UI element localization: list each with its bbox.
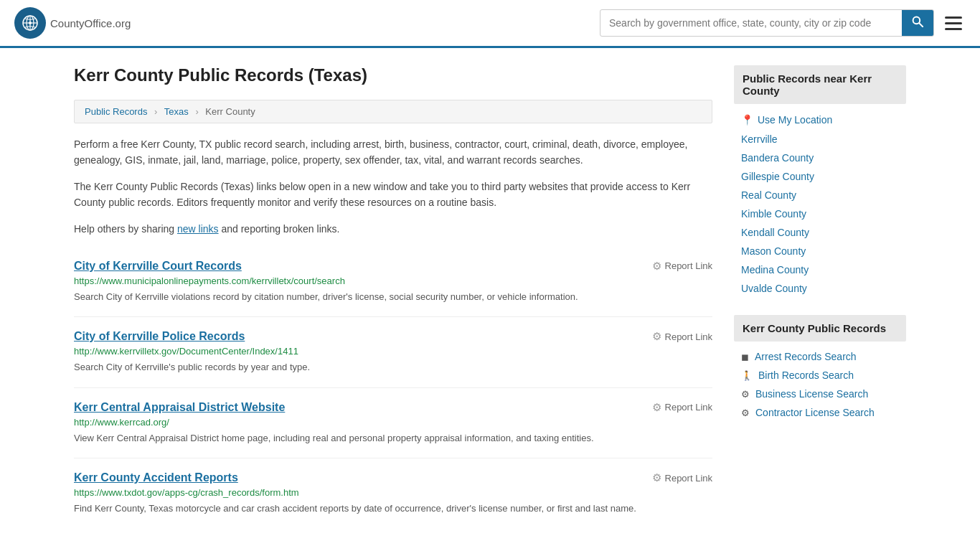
nearby-item: Kendall County xyxy=(734,223,906,242)
search-bar xyxy=(600,9,934,37)
kerr-records-item: ⚙ Contractor License Search xyxy=(734,403,906,422)
description-1: Perform a free Kerr County, TX public re… xyxy=(74,136,712,169)
record-entry: Kerr County Accident Reports ⚙ Report Li… xyxy=(74,458,712,529)
kerr-record-link-0[interactable]: Arrest Records Search xyxy=(755,351,857,362)
nearby-item: Gillespie County xyxy=(734,167,906,186)
record-title-1[interactable]: City of Kerrville Police Records xyxy=(74,330,245,343)
record-type-icon-1: 🚶 xyxy=(741,370,753,381)
kerr-records-item: ◼ Arrest Records Search xyxy=(734,347,906,366)
nearby-link-2[interactable]: Gillespie County xyxy=(741,171,814,182)
breadcrumb-current: Kerr County xyxy=(205,106,255,117)
nearby-items-list: KerrvilleBandera CountyGillespie CountyR… xyxy=(734,130,906,298)
kerr-record-link-1[interactable]: Birth Records Search xyxy=(758,369,854,381)
nearby-item: Kimble County xyxy=(734,204,906,223)
nearby-section-title: Public Records near Kerr County xyxy=(734,65,906,104)
report-icon-2: ⚙ xyxy=(652,401,661,414)
report-icon-1: ⚙ xyxy=(652,330,661,343)
svg-line-7 xyxy=(919,23,923,27)
record-desc-2: View Kerr Central Appraisal District hom… xyxy=(74,431,712,446)
record-url-2[interactable]: http://www.kerrcad.org/ xyxy=(74,417,712,428)
nearby-link-1[interactable]: Bandera County xyxy=(741,152,814,164)
nearby-item: Medina County xyxy=(734,260,906,279)
record-entry: City of Kerrville Police Records ⚙ Repor… xyxy=(74,317,712,388)
kerr-record-link-2[interactable]: Business License Search xyxy=(755,388,868,400)
nearby-item: Real County xyxy=(734,186,906,204)
logo-area: CountyOffice.org xyxy=(14,7,131,39)
report-link-2[interactable]: ⚙ Report Link xyxy=(652,401,712,414)
site-header: CountyOffice.org xyxy=(0,0,980,48)
use-my-location-item[interactable]: 📍 Use My Location xyxy=(734,110,906,130)
record-desc-0: Search City of Kerrville violations reco… xyxy=(74,290,712,304)
svg-point-5 xyxy=(29,22,32,24)
record-url-3[interactable]: https://www.txdot.gov/apps-cg/crash_reco… xyxy=(74,487,712,498)
kerr-records-items-list: ◼ Arrest Records Search 🚶 Birth Records … xyxy=(734,347,906,422)
record-title-0[interactable]: City of Kerrville Court Records xyxy=(74,260,242,273)
page-title: Kerr County Public Records (Texas) xyxy=(74,65,712,85)
search-button[interactable] xyxy=(902,10,933,36)
breadcrumb-texas[interactable]: Texas xyxy=(164,106,189,117)
nearby-link-6[interactable]: Mason County xyxy=(741,245,806,257)
nearby-link-5[interactable]: Kendall County xyxy=(741,227,809,238)
kerr-records-item: ⚙ Business License Search xyxy=(734,385,906,403)
record-type-icon-3: ⚙ xyxy=(741,408,750,418)
breadcrumb-public-records[interactable]: Public Records xyxy=(85,106,147,117)
hamburger-menu-button[interactable] xyxy=(941,13,966,34)
search-input[interactable] xyxy=(600,11,902,34)
nearby-link-7[interactable]: Medina County xyxy=(741,264,809,276)
nearby-link-3[interactable]: Real County xyxy=(741,189,796,201)
content-area: Kerr County Public Records (Texas) Publi… xyxy=(74,65,712,529)
report-link-3[interactable]: ⚙ Report Link xyxy=(652,471,712,484)
main-container: Kerr County Public Records (Texas) Publi… xyxy=(60,48,920,546)
report-icon-0: ⚙ xyxy=(652,260,661,273)
kerr-records-title: Kerr County Public Records xyxy=(734,315,906,342)
location-icon: 📍 xyxy=(741,114,753,126)
record-title-3[interactable]: Kerr County Accident Reports xyxy=(74,471,238,484)
new-links-link[interactable]: new links xyxy=(177,223,219,235)
record-entry: City of Kerrville Court Records ⚙ Report… xyxy=(74,247,712,318)
header-right xyxy=(600,9,966,37)
breadcrumb: Public Records › Texas › Kerr County xyxy=(74,100,712,123)
record-title-2[interactable]: Kerr Central Appraisal District Website xyxy=(74,401,285,414)
record-url-1[interactable]: http://www.kerrvilletx.gov/DocumentCente… xyxy=(74,346,712,357)
record-desc-1: Search City of Kerrville's public record… xyxy=(74,360,712,375)
record-type-icon-0: ◼ xyxy=(741,352,749,362)
sidebar: Public Records near Kerr County 📍 Use My… xyxy=(734,65,906,529)
nearby-link-8[interactable]: Uvalde County xyxy=(741,283,807,294)
nearby-link-4[interactable]: Kimble County xyxy=(741,208,806,220)
nearby-item: Bandera County xyxy=(734,149,906,167)
record-type-icon-2: ⚙ xyxy=(741,389,750,400)
description-3: Help others by sharing new links and rep… xyxy=(74,221,712,237)
nearby-item: Uvalde County xyxy=(734,279,906,298)
report-link-0[interactable]: ⚙ Report Link xyxy=(652,260,712,273)
records-list: City of Kerrville Court Records ⚙ Report… xyxy=(74,247,712,529)
nearby-link-0[interactable]: Kerrville xyxy=(741,133,778,145)
record-entry: Kerr Central Appraisal District Website … xyxy=(74,388,712,459)
nearby-item: Kerrville xyxy=(734,130,906,149)
description-2: The Kerr County Public Records (Texas) l… xyxy=(74,179,712,211)
record-desc-3: Find Kerr County, Texas motorcycle and c… xyxy=(74,501,712,516)
logo-text: CountyOffice.org xyxy=(50,16,131,31)
logo-icon xyxy=(14,7,46,39)
use-my-location-link[interactable]: Use My Location xyxy=(758,114,832,126)
report-icon-3: ⚙ xyxy=(652,471,661,484)
kerr-record-link-3[interactable]: Contractor License Search xyxy=(755,407,875,418)
record-url-0[interactable]: https://www.municipalonlinepayments.com/… xyxy=(74,276,712,286)
report-link-1[interactable]: ⚙ Report Link xyxy=(652,330,712,343)
kerr-records-section: Kerr County Public Records ◼ Arrest Reco… xyxy=(734,315,906,422)
nearby-section: Public Records near Kerr County 📍 Use My… xyxy=(734,65,906,298)
kerr-records-item: 🚶 Birth Records Search xyxy=(734,366,906,385)
nearby-item: Mason County xyxy=(734,242,906,260)
